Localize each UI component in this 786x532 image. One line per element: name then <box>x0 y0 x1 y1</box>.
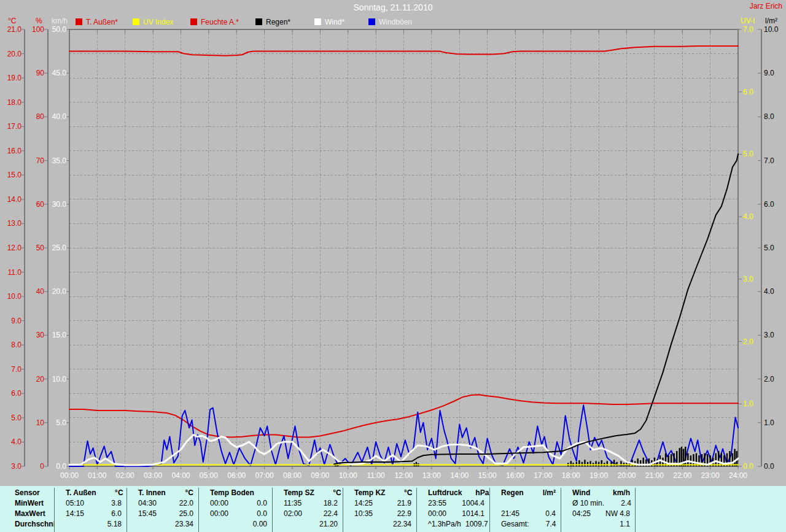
stats-filler <box>636 488 786 532</box>
stats-value-row-2: 1.1 <box>561 519 635 530</box>
series-regen-rate--bar <box>734 449 735 466</box>
stats-value-row-2: 5.18 <box>55 519 126 530</box>
series-regen-rate--bar <box>570 461 572 466</box>
kmh-label: 40.0 <box>52 112 67 121</box>
stat-time: 21:45 <box>490 509 529 519</box>
time-label: 11:00 <box>367 471 385 480</box>
time-label: 22:00 <box>673 471 691 480</box>
celsius-label: 15.0 <box>7 171 22 179</box>
stats-col-t-au-en: T. Außen°C05:103.814:156.05.18 <box>54 488 126 532</box>
stat-value: 0.4 <box>529 509 561 519</box>
stats-header: T. Außen°C <box>55 488 126 498</box>
row-label-text: MaxWert <box>0 509 45 519</box>
stat-value: 22.9 <box>384 509 416 519</box>
stat-time: 10:35 <box>343 509 384 519</box>
stat-time: ^1.3hPa/h <box>417 519 461 530</box>
celsius-label: 20.0 <box>7 50 22 58</box>
stats-col-name: T. Außen <box>55 488 96 498</box>
stats-col-name: Temp KZ <box>343 488 385 498</box>
kmh-label: 0.0 <box>56 462 66 471</box>
stats-col-unit: °C <box>254 488 272 498</box>
stat-value <box>529 498 561 509</box>
series-regen-rate--bar <box>683 449 684 466</box>
time-label: 20:00 <box>617 471 636 480</box>
series-regen-rate--bar <box>416 462 417 466</box>
time-label: 03:00 <box>144 471 162 480</box>
stats-col-luftdruck: LuftdruckhPa23:551004.400:001014.1^1.3hP… <box>416 488 489 532</box>
time-label: 18:00 <box>562 471 580 480</box>
stats-col-temp-boden: Temp Boden°C00:000.000:000.00.00 <box>198 488 272 532</box>
stat-value: 1009.7 <box>461 519 489 530</box>
percent-label: 100 <box>32 25 44 34</box>
percent-label: 30 <box>36 331 45 339</box>
stats-value-row-0: 00:000.0 <box>199 498 272 509</box>
lm2-label: 7.0 <box>764 156 774 165</box>
stats-col-temp-kz: Temp KZ°C14:2521.910:3522.922.34 <box>343 488 416 532</box>
uv-label: 7.0 <box>743 25 753 34</box>
stat-time: Gesamt: <box>490 519 529 530</box>
series-regen-rate--bar <box>587 462 588 466</box>
time-label: 19:00 <box>590 471 608 480</box>
stats-value-row-1: 00:000.0 <box>199 509 272 519</box>
stat-value: 7.4 <box>529 519 561 530</box>
stats-value-row-0 <box>490 498 561 509</box>
percent-label: 20 <box>36 375 45 384</box>
time-label: 06:00 <box>227 471 246 480</box>
lm2-label: 1.0 <box>764 418 774 427</box>
kmh-label: 5.0 <box>56 418 66 427</box>
stats-col-name: Temp Boden <box>199 488 254 498</box>
stat-time <box>343 519 384 530</box>
stats-value-row-0: 11:3518.2 <box>273 498 343 509</box>
lm2-label: 5.0 <box>764 244 774 252</box>
celsius-label: 3.0 <box>11 462 21 471</box>
stats-value-row-2: 23.34 <box>127 519 198 530</box>
stat-time: 14:15 <box>55 509 95 519</box>
stats-col-sensor: SensorMinWertMaxWertDurchschnitt <box>0 488 54 532</box>
time-label: 24:00 <box>729 471 747 480</box>
stat-value: 22.34 <box>384 519 416 530</box>
kmh-label: 10.0 <box>52 375 67 384</box>
series-regen-rate--bar <box>616 462 617 466</box>
stat-value: 0.0 <box>240 498 272 509</box>
series-regen-rate--bar <box>620 461 621 466</box>
stats-col-name: Temp SZ <box>273 488 314 498</box>
stats-value-row-2: 22.34 <box>343 519 416 530</box>
percent-label: 10 <box>36 418 45 427</box>
time-label: 21:00 <box>645 471 664 480</box>
percent-label: 90 <box>36 69 45 77</box>
percent-label: 70 <box>36 156 45 165</box>
celsius-label: 5.0 <box>11 414 21 422</box>
percent-label: 80 <box>36 112 45 121</box>
stat-time: 14:25 <box>343 498 384 509</box>
time-label: 04:00 <box>171 471 190 480</box>
stats-header: Temp SZ°C <box>273 488 343 498</box>
time-label: 15:00 <box>478 471 497 480</box>
stats-value-row-1: 00:001014.1 <box>417 509 489 519</box>
series-regen-rate--bar <box>718 451 719 466</box>
uv-label: 5.0 <box>743 150 753 158</box>
stats-col-wind: Windkm/hØ 10 min.2.404:25NW 4.81.1 <box>561 488 636 532</box>
lm2-label: 0.0 <box>764 462 774 471</box>
kmh-label: 20.0 <box>52 287 67 296</box>
stat-time: 23:55 <box>417 498 457 509</box>
stat-time: 00:00 <box>199 509 240 519</box>
stats-header: Temp KZ°C <box>343 488 416 498</box>
celsius-label: 6.0 <box>11 389 21 398</box>
row-label-3: Durchschnitt <box>0 519 54 530</box>
time-label: 17:00 <box>534 471 552 480</box>
series-regen-rate--bar <box>582 462 583 466</box>
stat-time: 05:10 <box>55 498 95 509</box>
kmh-label: 30.0 <box>52 200 67 209</box>
stats-col-unit: hPa <box>462 488 489 498</box>
stats-value-row-2: 0.00 <box>199 519 272 530</box>
celsius-label: 14.0 <box>7 195 22 204</box>
series-regen-rate--bar <box>595 461 596 466</box>
stats-value-row-1: 15:4525.0 <box>127 509 198 519</box>
stat-time: 04:30 <box>127 498 166 509</box>
celsius-label: 12.0 <box>7 244 22 252</box>
weather-logger-window: Sonntag, 21.11.2010 Jarz Erich °C % km/h… <box>0 0 786 532</box>
celsius-label: 10.0 <box>7 292 22 301</box>
celsius-label: 13.0 <box>7 219 22 228</box>
stat-time: 00:00 <box>417 509 457 519</box>
stat-value: 0.00 <box>240 519 272 530</box>
